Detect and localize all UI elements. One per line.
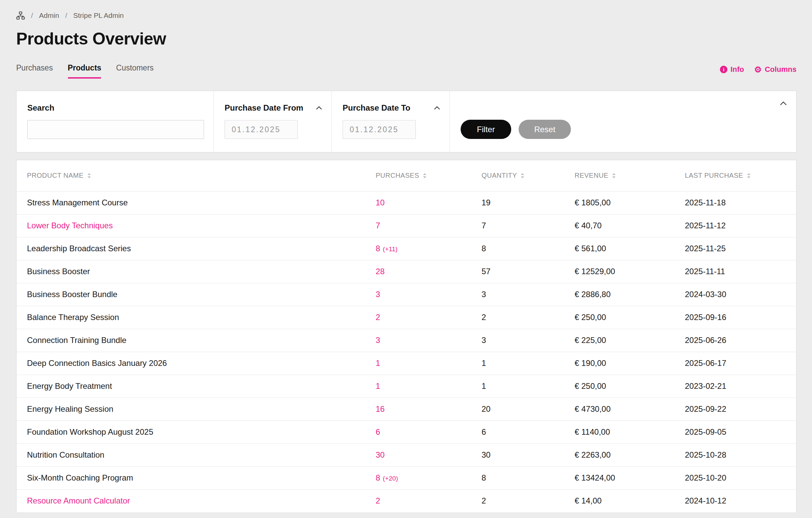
quantity-cell: 19	[481, 191, 574, 214]
last-purchase-cell: 2025-09-16	[685, 306, 796, 329]
purchases-link[interactable]: 3	[376, 290, 380, 299]
chevron-up-icon[interactable]	[316, 106, 322, 110]
breadcrumb-separator: /	[31, 11, 33, 20]
quantity-cell: 2	[481, 489, 574, 512]
purchases-link[interactable]: 30	[376, 450, 385, 460]
columns-label: Columns	[765, 65, 796, 74]
purchases-cell: 2	[375, 489, 481, 512]
product-name: Leadership Broadcast Series	[27, 244, 131, 253]
table-row: Deep Connection Basics January 2026 1 1 …	[17, 352, 796, 375]
products-table: Product Name Purchases Quantity Rev	[16, 160, 796, 512]
quantity-cell: 7	[481, 214, 574, 237]
filter-actions: Filter Reset	[450, 91, 580, 152]
breadcrumb-item-admin[interactable]: Admin	[39, 11, 59, 20]
column-header[interactable]: Purchases	[375, 160, 481, 191]
breadcrumb-separator: /	[65, 11, 67, 20]
revenue-cell: € 2886,80	[574, 283, 685, 306]
sort-icon	[520, 173, 525, 179]
purchases-cell: 16	[375, 398, 481, 421]
date-to-input[interactable]: 01.12.2025	[343, 120, 416, 139]
purchases-link[interactable]: 6	[376, 427, 380, 437]
filter-button[interactable]: Filter	[461, 120, 511, 139]
revenue-cell: € 561,00	[574, 237, 685, 260]
last-purchase-cell: 2025-11-18	[685, 191, 796, 214]
purchases-link[interactable]: 10	[376, 198, 385, 207]
purchases-cell: 30	[375, 443, 481, 466]
date-to-label: Purchase Date To	[343, 103, 410, 113]
quantity-cell: 20	[481, 398, 574, 421]
columns-button[interactable]: ⚙ Columns	[754, 65, 796, 74]
purchases-link[interactable]: 1	[376, 381, 380, 391]
tab-customers[interactable]: Customers	[116, 63, 153, 79]
last-purchase-cell: 2025-09-05	[685, 421, 796, 443]
column-header[interactable]: Quantity	[481, 160, 574, 191]
tab-purchases[interactable]: Purchases	[16, 63, 53, 79]
product-name: Six-Month Coaching Program	[27, 473, 133, 482]
breadcrumb: / Admin / Stripe PL Admin	[16, 10, 796, 21]
revenue-cell: € 13424,00	[574, 466, 685, 489]
revenue-cell: € 4730,00	[574, 398, 685, 421]
purchases-link[interactable]: 3	[376, 336, 380, 345]
table-row: Business Booster 28 57 € 12529,00 2025-1…	[17, 260, 796, 283]
last-purchase-cell: 2025-06-26	[685, 329, 796, 352]
reset-button[interactable]: Reset	[519, 120, 571, 139]
last-purchase-cell: 2023-02-21	[685, 375, 796, 398]
product-name: Deep Connection Basics January 2026	[27, 358, 167, 368]
purchases-cell: 6	[375, 421, 481, 443]
last-purchase-cell: 2025-11-25	[685, 237, 796, 260]
purchases-link[interactable]: 16	[376, 404, 385, 414]
table-row: Stress Management Course 10 19 € 1805,00…	[17, 191, 796, 214]
tabs: Purchases Products Customers	[16, 63, 154, 79]
sort-icon	[612, 173, 616, 179]
last-purchase-cell: 2025-11-12	[685, 214, 796, 237]
purchases-link[interactable]: 28	[376, 267, 385, 276]
quantity-cell: 1	[481, 352, 574, 375]
purchases-cell: 1	[375, 375, 481, 398]
product-name: Connection Training Bundle	[27, 336, 126, 345]
last-purchase-cell: 2024-03-30	[685, 283, 796, 306]
product-link[interactable]: Lower Body Techniques	[27, 221, 113, 230]
product-name: Business Booster	[27, 267, 90, 276]
column-header[interactable]: Last Purchase	[685, 160, 796, 191]
table-row: Energy Body Treatment 1 1 € 250,00 2023-…	[17, 375, 796, 398]
purchases-cell: 8(+11)	[375, 237, 481, 260]
sitemap-icon[interactable]	[16, 11, 25, 20]
purchases-cell: 2	[375, 306, 481, 329]
purchases-link[interactable]: 1	[376, 358, 380, 368]
purchases-cell: 3	[375, 329, 481, 352]
revenue-cell: € 190,00	[574, 352, 685, 375]
table-row: Business Booster Bundle 3 3 € 2886,80 20…	[17, 283, 796, 306]
quantity-cell: 8	[481, 237, 574, 260]
last-purchase-cell: 2025-10-20	[685, 466, 796, 489]
product-link[interactable]: Resource Amount Calculator	[27, 496, 130, 505]
purchases-link[interactable]: 8(+20)	[376, 473, 398, 483]
info-button[interactable]: i Info	[720, 65, 744, 74]
date-from-input[interactable]: 01.12.2025	[225, 120, 298, 139]
page: / Admin / Stripe PL Admin Products Overv…	[0, 0, 812, 512]
purchases-cell: 3	[375, 283, 481, 306]
quantity-cell: 3	[481, 329, 574, 352]
purchases-cell: 7	[375, 214, 481, 237]
breadcrumb-item-stripe-pl-admin[interactable]: Stripe PL Admin	[73, 11, 124, 20]
tab-products[interactable]: Products	[68, 63, 102, 79]
chevron-up-icon[interactable]	[434, 106, 440, 110]
purchases-link[interactable]: 2	[376, 313, 380, 322]
table-row: Balance Therapy Session 2 2 € 250,00 202…	[17, 306, 796, 329]
revenue-cell: € 250,00	[574, 306, 685, 329]
purchases-link[interactable]: 8(+11)	[376, 244, 398, 253]
table-row: Six-Month Coaching Program 8(+20) 8 € 13…	[17, 466, 796, 489]
search-input[interactable]	[27, 120, 204, 139]
info-label: Info	[730, 65, 744, 74]
search-label: Search	[27, 103, 204, 113]
table-row: Lower Body Techniques 7 7 € 40,70 2025-1…	[17, 214, 796, 237]
revenue-cell: € 1140,00	[574, 421, 685, 443]
header-actions: i Info ⚙ Columns	[720, 65, 796, 79]
purchases-link[interactable]: 2	[376, 496, 380, 506]
column-header[interactable]: Product Name	[17, 160, 375, 191]
column-header[interactable]: Revenue	[574, 160, 685, 191]
revenue-cell: € 12529,00	[574, 260, 685, 283]
last-purchase-cell: 2025-09-22	[685, 398, 796, 421]
collapse-panel-chevron-icon[interactable]	[780, 101, 787, 106]
gear-icon: ⚙	[754, 65, 761, 74]
purchases-link[interactable]: 7	[376, 221, 380, 230]
